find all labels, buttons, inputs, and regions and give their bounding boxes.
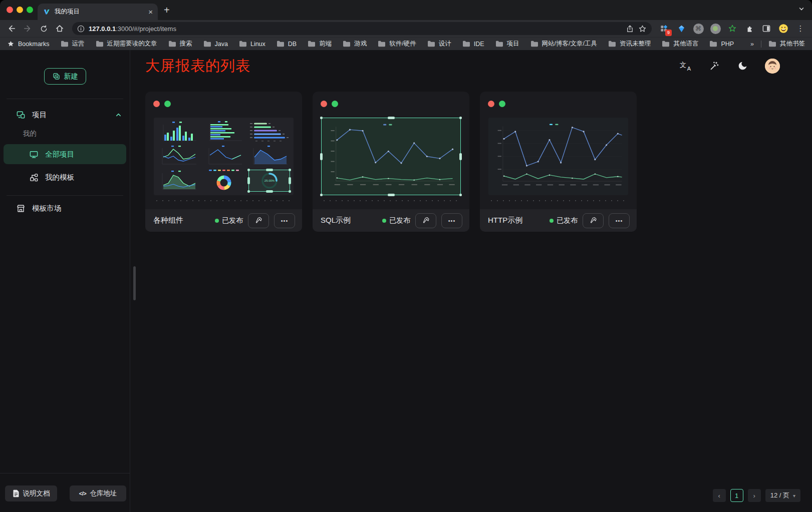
repo-button[interactable]: </> 仓库地址 (70, 485, 126, 501)
bookmark-star-icon[interactable] (638, 25, 647, 33)
bookmark-folder[interactable]: 网站/博客/文章/工具 (530, 40, 597, 48)
extension-gem-icon[interactable] (675, 22, 688, 35)
zoom-window-button[interactable] (27, 7, 33, 13)
folder-icon (427, 41, 435, 47)
bookmark-folders: 运营 近期需要读的文章 搜索 Java (61, 40, 746, 48)
header-icons: 文A (679, 59, 780, 74)
chevron-up-icon[interactable] (115, 112, 122, 118)
browser-tab[interactable]: 我的项目 × (38, 4, 158, 20)
bookmark-folder[interactable]: IDE (462, 41, 484, 48)
bookmark-folder-label: 搜索 (180, 40, 192, 48)
bookmark-folder[interactable]: 其他语言 (662, 40, 698, 48)
sidebar-item-projects[interactable]: 项目 (0, 104, 130, 125)
mini-area-chart-blue (247, 144, 292, 168)
card-status: 已发布 (215, 216, 243, 225)
bookmark-folder[interactable]: 游戏 (343, 40, 367, 48)
extensions-bar: 9 ⌘ ⋮ (658, 22, 807, 35)
card-footer: SQL示例 已发布 ••• (313, 209, 469, 232)
browser-toolbar: 127.0.0.1:3000/#/project/items 9 (0, 20, 812, 37)
bookmark-folder[interactable]: 近期需要读的文章 (96, 40, 157, 48)
forward-icon[interactable] (21, 22, 34, 35)
bookmark-folder-label: 近期需要读的文章 (107, 40, 157, 48)
reload-icon[interactable] (37, 22, 50, 35)
page-size-select[interactable]: 12 / 页 ▾ (765, 489, 800, 502)
share-icon[interactable] (626, 25, 634, 33)
sidebar-item-template-market[interactable]: 模板市场 (0, 198, 130, 219)
storefront-icon (16, 204, 26, 213)
card-red-dot (321, 101, 327, 107)
extension-dot-icon[interactable] (709, 22, 722, 35)
prev-page-button[interactable]: ‹ (713, 489, 726, 502)
bookmark-folder[interactable]: DB (277, 41, 297, 48)
side-panel-icon[interactable] (760, 22, 773, 35)
close-window-button[interactable] (7, 7, 13, 13)
projects-icon (16, 110, 26, 120)
address-bar[interactable]: 127.0.0.1:3000/#/project/items (72, 22, 652, 35)
bookmark-folder-label: DB (288, 41, 297, 48)
project-card[interactable]: SQL示例 已发布 ••• (313, 92, 469, 232)
page-size-value: 12 / 页 (770, 491, 789, 500)
home-icon[interactable] (53, 22, 66, 35)
bookmark-folder[interactable]: 文件服务器 (745, 40, 745, 48)
user-avatar[interactable] (765, 59, 780, 74)
sidebar-item-my-templates[interactable]: 我的模板 (4, 167, 126, 187)
bookmark-folder[interactable]: 软件/硬件 (378, 40, 416, 48)
more-button[interactable]: ••• (441, 213, 462, 228)
sidebar-item-all-projects[interactable]: 全部项目 (4, 144, 126, 164)
new-tab-button[interactable]: + (164, 5, 170, 15)
edit-hammer-button[interactable] (248, 213, 269, 228)
bookmark-folder[interactable]: 设计 (427, 40, 451, 48)
dark-mode-moon-icon[interactable] (736, 60, 748, 72)
bookmark-folder-label: 软件/硬件 (389, 40, 416, 48)
bookmark-folder[interactable]: 资讯未整理 (608, 40, 651, 48)
extension-grid-icon[interactable]: 9 (658, 22, 671, 35)
card-red-dot (488, 101, 494, 107)
card-dotted-separator (488, 200, 628, 201)
more-button[interactable]: ••• (274, 213, 295, 228)
magic-wand-icon[interactable] (708, 60, 720, 72)
folder-icon (530, 41, 538, 47)
back-icon[interactable] (5, 22, 18, 35)
bookmark-folder-label: 网站/博客/文章/工具 (542, 40, 597, 48)
minimize-window-button[interactable] (17, 7, 23, 13)
more-button[interactable]: ••• (609, 213, 630, 228)
other-bookmarks[interactable]: 其他书签 (768, 40, 805, 48)
tab-title: 我的项目 (55, 8, 144, 16)
docs-button[interactable]: 说明文档 (5, 485, 57, 501)
tab-search-chevron-icon[interactable] (798, 6, 805, 13)
site-info-icon[interactable] (77, 25, 85, 33)
bookmark-folder-label: 项目 (507, 40, 519, 48)
bookmark-folder-label: Java (215, 41, 228, 48)
bookmark-folder[interactable]: 项目 (495, 40, 519, 48)
bookmarks-overflow-chevron[interactable]: » (750, 41, 754, 48)
sidebar-group-mine: 我的 (0, 129, 130, 138)
bookmark-folder-label: 设计 (439, 40, 451, 48)
bookmark-folder[interactable]: 搜索 (168, 40, 192, 48)
edit-hammer-button[interactable] (583, 213, 604, 228)
language-icon[interactable]: 文A (679, 61, 691, 72)
next-page-button[interactable]: › (748, 489, 761, 502)
sidebar-item-my-templates-label: 我的模板 (45, 173, 74, 182)
hammer-icon (254, 216, 263, 225)
extension-star-icon[interactable] (726, 22, 739, 35)
extension-badge: 9 (665, 30, 672, 36)
tab-close-icon[interactable]: × (148, 8, 153, 16)
bookmark-folder[interactable]: 运营 (61, 40, 85, 48)
bookmarks-right: » 其他书签 (750, 40, 805, 48)
bookmark-folder[interactable]: 前端 (308, 40, 332, 48)
browser-menu-kebab-icon[interactable]: ⋮ (794, 22, 807, 35)
bookmarks-manager[interactable]: Bookmarks (7, 40, 50, 48)
current-page-button[interactable]: 1 (730, 489, 743, 502)
edit-hammer-button[interactable] (415, 213, 436, 228)
bookmark-folder[interactable]: Java (203, 41, 228, 48)
extensions-puzzle-icon[interactable] (743, 22, 756, 35)
bookmark-folder[interactable]: PHP (709, 41, 734, 48)
bookmark-folder[interactable]: Linux (239, 41, 265, 48)
project-card[interactable]: HTTP示例 已发布 ••• (480, 92, 637, 232)
template-flow-icon (29, 173, 39, 182)
status-dot (550, 219, 554, 223)
profile-emoji-icon[interactable] (777, 22, 790, 35)
extension-command-icon[interactable]: ⌘ (692, 22, 705, 35)
project-card[interactable]: 25.00% (145, 92, 302, 232)
new-project-button[interactable]: 新建 (44, 68, 86, 85)
